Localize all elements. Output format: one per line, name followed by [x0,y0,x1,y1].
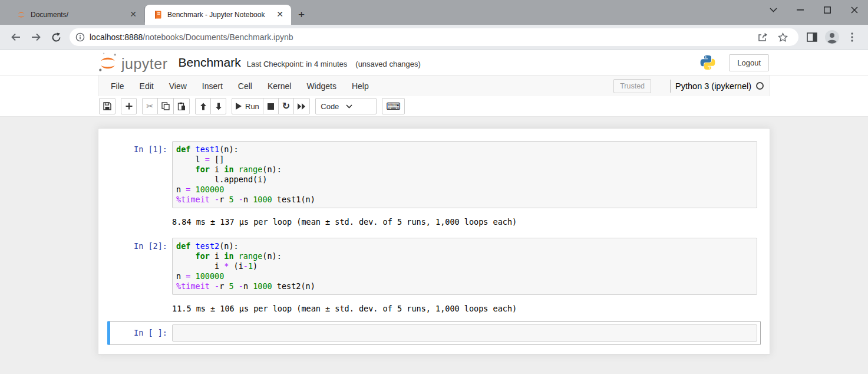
menu-file[interactable]: File [103,77,132,96]
code-cell[interactable]: In [1]:def test1(n): l = [] for i in ran… [107,137,761,212]
code-line: %timeit -r 5 -n 1000 test1(n) [176,195,754,205]
window-close-button[interactable] [841,1,868,19]
notebook-scroll-area[interactable]: In [1]:def test1(n): l = [] for i in ran… [0,117,868,374]
run-cell-button[interactable]: Run [232,98,263,114]
interrupt-kernel-button[interactable] [263,98,279,114]
run-icon [236,103,242,110]
code-line: l = [] [176,155,754,165]
browser-tab-benchmark[interactable]: Benchmark - Jupyter Notebook ✕ [145,5,291,25]
close-icon[interactable]: ✕ [128,9,138,20]
jupyter-logo[interactable]: jupyter [98,52,168,73]
checkpoint-status: Last Checkpoint: in 4 minutes [247,60,348,68]
command-palette-button[interactable]: ⌨ [382,98,405,114]
add-cell-button[interactable] [121,98,137,114]
arrow-up-icon [200,103,207,110]
new-tab-button[interactable]: + [291,8,312,25]
code-cell-selected[interactable]: In [ ]: [107,321,761,345]
kernel-separator [670,80,671,93]
url-path: /notebooks/Documents/Benchmark.ipynb [143,32,293,42]
notebook-toolbar: ✂ [0,96,868,117]
browser-nav-bar: localhost:8888/notebooks/Documents/Bench… [0,25,868,50]
paste-icon [177,102,186,110]
notebook-container: In [1]:def test1(n): l = [] for i in ran… [98,128,770,355]
run-label: Run [245,102,259,111]
menu-edit[interactable]: Edit [132,77,161,96]
logout-button[interactable]: Logout [729,54,769,71]
code-cell[interactable]: In [2]:def test2(n): for i in range(n): … [107,234,761,298]
notebook-cells: In [1]:def test1(n): l = [] for i in ran… [107,137,761,345]
code-line: for i in range(n): [176,251,754,261]
save-button[interactable] [99,98,115,114]
cut-cell-button[interactable]: ✂ [142,98,158,114]
restart-run-all-button[interactable] [293,98,310,114]
tab-title: Benchmark - Jupyter Notebook [167,11,270,19]
site-info-icon[interactable] [75,32,85,42]
chevron-down-icon [346,104,371,109]
menu-cell[interactable]: Cell [230,77,260,96]
save-icon [103,102,111,110]
code-input-area[interactable] [172,324,757,342]
input-prompt: In [ ]: [111,324,172,342]
code-line: %timeit -r 5 -n 1000 test2(n) [176,281,754,291]
menu-insert[interactable]: Insert [194,77,230,96]
input-prompt: In [2]: [111,238,172,295]
kernel-idle-indicator-icon [756,82,764,90]
notebook-title[interactable]: Benchmark [179,55,241,70]
arrow-down-icon [215,103,222,110]
trusted-badge[interactable]: Trusted [613,79,651,93]
window-minimize-button[interactable] [787,1,814,19]
tab-search-chevron-icon[interactable] [760,1,787,19]
jupyter-logo-icon [16,10,26,19]
close-icon[interactable]: ✕ [275,9,285,20]
code-line [176,328,754,338]
move-cell-down-button[interactable] [210,98,226,114]
tab-title: Documents/ [31,11,123,19]
side-panel-icon[interactable] [803,28,821,46]
stop-icon [268,103,274,110]
code-line: l.append(i) [176,175,754,185]
plus-icon [126,103,133,110]
back-icon[interactable] [7,28,25,46]
notebook-book-icon [153,10,163,19]
code-line: def test2(n): [176,241,754,251]
reload-icon[interactable] [47,28,65,46]
menu-widgets[interactable]: Widgets [299,77,344,96]
code-input-area[interactable]: def test2(n): for i in range(n): i * (i-… [172,238,757,295]
jupyter-logo-text: jupyter [121,55,168,73]
code-input-area[interactable]: def test1(n): l = [] for i in range(n): … [172,141,757,208]
forward-icon[interactable] [27,28,45,46]
menu-view[interactable]: View [161,77,194,96]
share-icon[interactable] [754,28,771,46]
profile-avatar[interactable] [823,28,841,46]
restart-kernel-button[interactable]: ↻ [278,98,294,114]
browser-tab-strip: Documents/ ✕ Benchmark - Jupyter Noteboo… [0,0,868,25]
chrome-menu-icon[interactable] [843,28,861,46]
keyboard-icon: ⌨ [386,101,401,111]
menu-bar: File Edit View Insert Cell Kernel Widget… [98,76,770,96]
code-line: n = 100000 [176,271,754,281]
menubar-row: File Edit View Insert Cell Kernel Widget… [0,76,868,96]
output-text: 11.5 ms ± 106 µs per loop (mean ± std. d… [169,304,517,314]
move-cell-up-button[interactable] [195,98,211,114]
browser-tab-documents[interactable]: Documents/ ✕ [8,7,145,22]
copy-cell-button[interactable] [157,98,174,114]
cut-icon: ✂ [146,102,154,111]
bookmark-star-icon[interactable] [774,28,791,46]
output-text: 8.84 ms ± 137 µs per loop (mean ± std. d… [169,217,517,227]
cell-type-dropdown[interactable]: Code [315,98,377,114]
menu-help[interactable]: Help [344,77,377,96]
url-text[interactable]: localhost:8888/notebooks/Documents/Bench… [90,32,753,42]
jupyter-header: jupyter Benchmark Last Checkpoint: in 4 … [0,50,868,76]
paste-cell-button[interactable] [173,98,190,114]
window-maximize-button[interactable] [814,1,841,19]
menu-kernel[interactable]: Kernel [260,77,299,96]
input-prompt: In [1]: [111,141,172,208]
url-bar[interactable]: localhost:8888/notebooks/Documents/Bench… [70,28,798,46]
code-line: def test1(n): [176,145,754,155]
code-line: n = 100000 [176,185,754,195]
url-host: localhost:8888 [90,32,143,42]
cell-output: 8.84 ms ± 137 µs per loop (mean ± std. d… [107,212,761,234]
kernel-name: Python 3 (ipykernel) [675,81,751,91]
code-line: i * (i-1) [176,261,754,271]
unsaved-changes-status: (unsaved changes) [355,60,421,68]
